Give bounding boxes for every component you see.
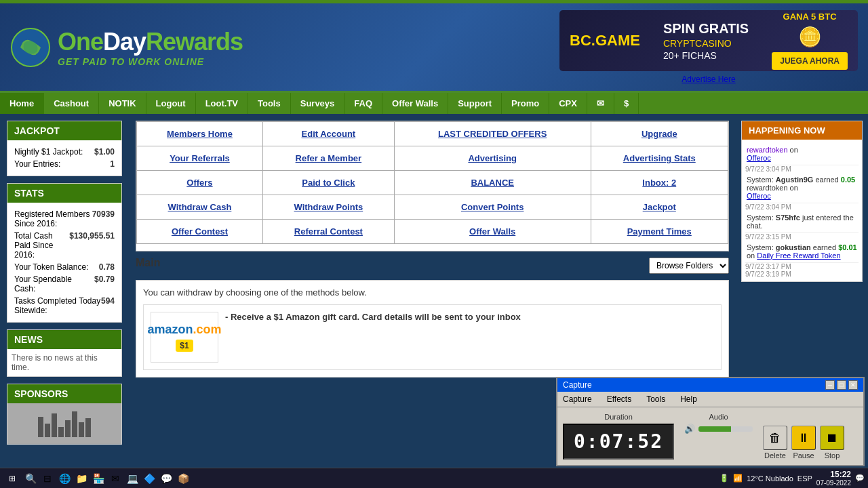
nav-offer-walls[interactable]: Offer Walls [382, 93, 448, 114]
your-referrals-link[interactable]: Your Referrals [170, 153, 230, 163]
payment-times-link[interactable]: Payment Times [627, 226, 692, 237]
store-icon[interactable]: 🏪 [91, 471, 106, 486]
stats-val-2: 0.78 [99, 262, 115, 272]
offer-contest-link[interactable]: Offer Contest [172, 226, 228, 237]
nav-tools[interactable]: Tools [248, 93, 291, 114]
upgrade-link[interactable]: Upgrade [642, 129, 677, 139]
last-credited-link[interactable]: LAST CREDITED OFFERS [438, 129, 547, 139]
chat-text-3: System: gokustian earned $0.01 on Daily … [747, 243, 857, 260]
chat-link-3[interactable]: Daily Free Reward Token [757, 251, 840, 260]
grid-cell-refer-member: Refer a Member [262, 146, 394, 171]
browse-folders-select[interactable]: Browse Folders [649, 258, 729, 274]
withdraw-cash-link[interactable]: Withdraw Cash [168, 202, 232, 212]
ad-cta-button[interactable]: JUEGA AHORA [772, 52, 848, 70]
capture-menu-capture[interactable]: Capture [559, 393, 596, 405]
nav-notik[interactable]: NOTIK [99, 93, 146, 114]
grid-row-4: Offer Contest Referral Contest Offer Wal… [137, 220, 728, 244]
app-icon-1[interactable]: 💻 [125, 471, 140, 486]
delete-button[interactable]: 🗑 Delete [763, 426, 787, 460]
date-display: 07-09-2022 [816, 479, 851, 487]
capture-menu-tools[interactable]: Tools [642, 393, 669, 405]
chat-time-4: 9/7/22 3:19 PM [745, 270, 859, 278]
capture-overlay: Capture ─ □ ✕ Capture Effects Tools Help… [556, 377, 865, 466]
grid-cell-balance: BALANCE [394, 171, 591, 195]
close-button[interactable]: ✕ [848, 380, 858, 390]
mail-icon[interactable]: ✉ [108, 471, 123, 486]
offers-link[interactable]: Offers [186, 178, 212, 188]
audio-bar: 🔊 [684, 424, 753, 434]
grid-cell-your-referrals: Your Referrals [137, 146, 263, 171]
chat-time-2: 9/7/22 3:15 PM [745, 233, 859, 241]
capture-titlebar-btns: ─ □ ✕ [825, 380, 858, 390]
nav-promo[interactable]: Promo [502, 93, 549, 114]
advertise-link[interactable]: Advertise Here [682, 74, 735, 84]
advertising-link[interactable]: Advertising [468, 153, 517, 163]
minimize-button[interactable]: ─ [825, 380, 835, 390]
advertising-stats-link[interactable]: Advertising Stats [623, 153, 696, 163]
app-icon-3[interactable]: 💬 [159, 471, 174, 486]
balance-link[interactable]: BALANCE [471, 178, 514, 188]
nav-dollar[interactable]: $ [614, 93, 639, 114]
chat-link-1[interactable]: Offeroc [747, 192, 771, 200]
capture-menu-effects[interactable]: Effects [603, 393, 635, 405]
stats-box: STATS Registered Members Since 2016: 709… [7, 183, 122, 323]
jackpot-nightly-row: Nightly $1 Jackpot: $1.00 [14, 146, 115, 158]
jackpot-box: JACKPOT Nightly $1 Jackpot: $1.00 Your E… [7, 121, 122, 176]
members-home-link[interactable]: Members Home [167, 129, 233, 139]
edge-icon[interactable]: 🌐 [57, 471, 72, 486]
stats-row-1: Total Cash Paid Since 2016: $130,955.51 [14, 230, 115, 261]
wifi-icon: 📶 [733, 474, 743, 483]
start-button[interactable]: ⊞ [3, 472, 21, 485]
maximize-button[interactable]: □ [837, 380, 846, 390]
nav-faq[interactable]: FAQ [344, 93, 382, 114]
duration-section: Duration 0:07:52 [563, 413, 674, 460]
chat-entry-0: rewardtoken on Offeroc [745, 143, 859, 165]
app-icon-4[interactable]: 📦 [176, 471, 191, 486]
chat-time-1: 9/7/22 3:04 PM [745, 203, 859, 211]
happening-box: HAPPENING NOW rewardtoken on Offeroc 9/7… [741, 121, 863, 282]
refer-member-link[interactable]: Refer a Member [296, 153, 362, 163]
nav-cashout[interactable]: Cashout [44, 93, 99, 114]
advertise-here-link[interactable]: Advertise Here [682, 75, 735, 84]
nav-surveys[interactable]: Surveys [291, 93, 345, 114]
stats-row-2: Your Token Balance: 0.78 [14, 261, 115, 273]
notification-icon[interactable]: 💬 [855, 474, 865, 483]
nav-home[interactable]: Home [0, 93, 44, 114]
chat-entry-3: System: gokustian earned $0.01 on Daily … [745, 241, 859, 263]
nav-loot-tv[interactable]: Loot.TV [196, 93, 248, 114]
explorer-icon[interactable]: 📁 [74, 471, 89, 486]
nav-email[interactable]: ✉ [587, 93, 614, 114]
chat-link-0[interactable]: Offeroc [747, 154, 771, 162]
nav-cpx[interactable]: CPX [549, 93, 587, 114]
task-view-icon[interactable]: ⊟ [40, 471, 55, 486]
inbox-link[interactable]: Inbox: 2 [642, 178, 676, 188]
stop-button[interactable]: ⏹ Stop [820, 426, 844, 460]
nav-support[interactable]: Support [448, 93, 502, 114]
delete-label: Delete [764, 451, 786, 460]
nav-logout[interactable]: Logout [146, 93, 196, 114]
main-text: You can withdraw by choosing one of the … [143, 287, 722, 298]
happening-title: HAPPENING NOW [742, 121, 862, 140]
capture-menu-help[interactable]: Help [676, 393, 701, 405]
referral-contest-link[interactable]: Referral Contest [294, 226, 363, 237]
battery-icon: 🔋 [719, 474, 729, 483]
offer-walls-link[interactable]: Offer Walls [469, 226, 515, 237]
withdraw-points-link[interactable]: Withdraw Points [294, 202, 363, 212]
main-heading: Main [136, 257, 160, 269]
stats-label-0: Registered Members Since 2016: [14, 209, 92, 228]
ad-tagline: SPIN GRATIS [663, 21, 749, 37]
pause-button[interactable]: ⏸ Pause [791, 426, 816, 460]
jackpot-link[interactable]: Jackpot [643, 202, 676, 212]
audio-slider[interactable] [698, 426, 753, 432]
convert-points-link[interactable]: Convert Points [461, 202, 524, 212]
paid-to-click-link[interactable]: Paid to Click [302, 178, 355, 188]
nav: Home Cashout NOTIK Logout Loot.TV Tools … [0, 93, 868, 114]
taskbar-time: 15:22 07-09-2022 [816, 470, 851, 487]
duration-label: Duration [604, 413, 633, 421]
search-taskbar-icon[interactable]: 🔍 [23, 471, 38, 486]
edit-account-link[interactable]: Edit Account [302, 129, 356, 139]
jackpot-nightly-val: $1.00 [94, 147, 115, 157]
grid-cell-convert-points: Convert Points [394, 195, 591, 220]
app-icon-2[interactable]: 🔷 [142, 471, 157, 486]
stats-val-4: 594 [101, 296, 115, 315]
